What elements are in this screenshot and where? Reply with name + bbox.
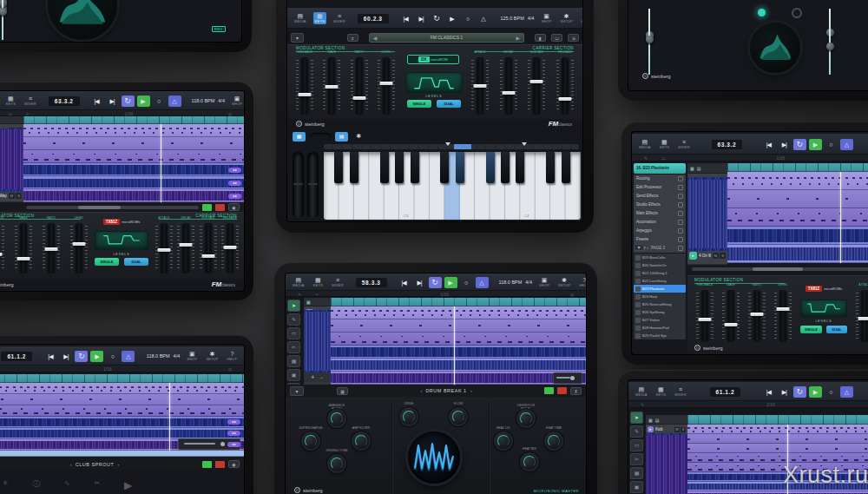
solo-button[interactable]: S xyxy=(681,427,686,432)
blend-knob[interactable] xyxy=(792,8,802,18)
plugin-menu-button[interactable]: ≡ xyxy=(347,34,358,42)
keys-button[interactable]: KEYS xyxy=(4,95,17,107)
metronome-button[interactable] xyxy=(840,386,853,398)
range-handle-left[interactable] xyxy=(445,142,450,146)
clip-trim-handle[interactable] xyxy=(228,181,241,186)
playhead[interactable] xyxy=(169,383,170,451)
preset-item[interactable]: B25 ReverseString xyxy=(634,300,686,308)
snap-value[interactable]: 1/16 xyxy=(125,111,134,116)
metronome-button[interactable] xyxy=(122,351,135,362)
black-key[interactable] xyxy=(516,152,524,183)
record-arm-button[interactable] xyxy=(557,387,567,394)
dual-mode-button[interactable]: DUAL xyxy=(437,100,461,108)
effect-knob-group-left[interactable]: AMBIENCE BLEND xyxy=(324,404,350,430)
track-lane[interactable] xyxy=(727,172,868,190)
metronome-button[interactable] xyxy=(477,13,490,24)
fm-slider[interactable]: LEVEL xyxy=(70,224,88,273)
go-to-start-button[interactable] xyxy=(398,277,411,288)
keys-button[interactable]: KEYS xyxy=(313,12,326,24)
go-to-end-button[interactable] xyxy=(106,96,119,107)
play-button[interactable] xyxy=(444,277,457,288)
draw-tool-button[interactable]: ✎ xyxy=(630,425,643,438)
playhead-position[interactable]: 63.3.2 xyxy=(712,140,743,149)
record-button[interactable] xyxy=(460,277,473,288)
record-arm-button[interactable] xyxy=(215,461,225,468)
tempo-display[interactable]: 125.0 BPM4/4 xyxy=(501,16,535,21)
track-header[interactable]: 4 On Way 1 xyxy=(304,359,331,372)
track-lane[interactable] xyxy=(0,405,244,417)
mute-tool-button[interactable]: ▣ xyxy=(287,369,300,381)
loop-back-icon[interactable]: ‹ xyxy=(70,462,72,467)
keyboard-overview-strip[interactable] xyxy=(324,144,579,149)
loop-name[interactable]: CLUB SPROUT xyxy=(76,462,115,467)
track-lane[interactable] xyxy=(331,333,586,346)
track-lane[interactable] xyxy=(331,372,586,385)
eraser-icon[interactable]: ▭ xyxy=(8,111,12,116)
track-lane[interactable] xyxy=(23,137,244,150)
track-lane[interactable] xyxy=(23,163,244,176)
auto-scroll-button[interactable]: ◉ xyxy=(228,203,240,211)
split-tool-button[interactable]: ✂ xyxy=(630,453,643,465)
horizontal-scrollbar[interactable] xyxy=(692,267,868,271)
black-key[interactable] xyxy=(562,152,570,183)
shop-button[interactable]: SHOP xyxy=(539,12,553,24)
tempo-display[interactable]: 118.0 BPM4/4 xyxy=(499,280,532,285)
selected-lane-strip[interactable] xyxy=(0,451,244,457)
track-lane[interactable] xyxy=(23,189,244,202)
auto-scroll-button[interactable]: ⊼ xyxy=(570,387,582,395)
playhead[interactable] xyxy=(840,172,841,263)
chord-mode-button[interactable]: ▤ xyxy=(335,132,348,142)
metronome-button[interactable] xyxy=(840,139,853,150)
fm-slider[interactable]: ATTACK xyxy=(471,58,489,114)
inspector-item[interactable]: Main Effects xyxy=(634,209,686,218)
record-button[interactable] xyxy=(825,386,838,398)
black-key[interactable] xyxy=(440,152,449,183)
record-arm-button[interactable] xyxy=(215,204,225,211)
pointer-tool-button[interactable]: ➤ xyxy=(287,300,300,312)
pencil-icon[interactable]: ✎ xyxy=(644,155,648,161)
keys-mode-button[interactable]: ▦ xyxy=(293,132,306,142)
draw-tool-button[interactable]: ✎ xyxy=(287,313,300,326)
help-button[interactable]: HELP xyxy=(226,350,239,362)
cycle-button[interactable] xyxy=(75,351,88,362)
fm-slider[interactable]: DECAY xyxy=(177,224,194,273)
preset-item[interactable]: B26 SynString xyxy=(634,308,686,316)
track-lane[interactable] xyxy=(331,359,586,372)
black-key[interactable] xyxy=(501,152,510,183)
range-handle-right[interactable] xyxy=(522,142,527,146)
play-button[interactable] xyxy=(137,96,150,107)
go-to-end-button[interactable] xyxy=(415,13,428,24)
go-to-start-button[interactable] xyxy=(43,351,56,362)
playhead-position[interactable]: 58.3.3 xyxy=(356,278,387,287)
inspector-item[interactable]: Edit Processor xyxy=(634,183,686,192)
media-button[interactable]: MEDIA xyxy=(637,138,653,150)
clip-trim-handle[interactable] xyxy=(227,442,240,447)
folder-button[interactable]: ▭ xyxy=(551,34,562,42)
preset-item[interactable]: B19 BassCello xyxy=(634,254,686,261)
fm-slider[interactable]: ATTACK xyxy=(856,291,868,341)
clip-trim-handle[interactable] xyxy=(227,431,240,436)
record-button[interactable] xyxy=(462,13,475,24)
preset-item[interactable]: B28 HammerPad xyxy=(634,324,686,332)
track-lane[interactable] xyxy=(331,346,586,359)
fm-slider[interactable]: FEEDBACK xyxy=(0,224,4,273)
record-button[interactable] xyxy=(825,139,838,150)
fm-slider[interactable]: SUSTAIN xyxy=(200,224,217,273)
fm-slider[interactable]: LEVEL xyxy=(774,291,792,341)
setup-button[interactable]: SETUP xyxy=(556,276,572,288)
synth-fader[interactable] xyxy=(648,9,650,75)
track-lane[interactable] xyxy=(0,417,244,428)
track-lane[interactable] xyxy=(687,425,868,434)
media-button[interactable]: MEDIA xyxy=(634,385,649,398)
solo-button[interactable]: S xyxy=(720,253,726,259)
preset-item[interactable]: B21 100String 1 xyxy=(634,269,686,277)
track-lane[interactable] xyxy=(727,208,868,227)
help-button[interactable]: HELP xyxy=(577,276,586,288)
play-button[interactable] xyxy=(809,386,822,398)
go-to-start-button[interactable] xyxy=(762,139,775,150)
collapse-button[interactable] xyxy=(634,244,644,251)
fm-slider[interactable]: WAVE xyxy=(15,224,32,273)
cycle-button[interactable] xyxy=(793,139,806,150)
black-key[interactable] xyxy=(380,152,389,183)
fm-slider[interactable]: SUSTAIN xyxy=(528,58,545,114)
